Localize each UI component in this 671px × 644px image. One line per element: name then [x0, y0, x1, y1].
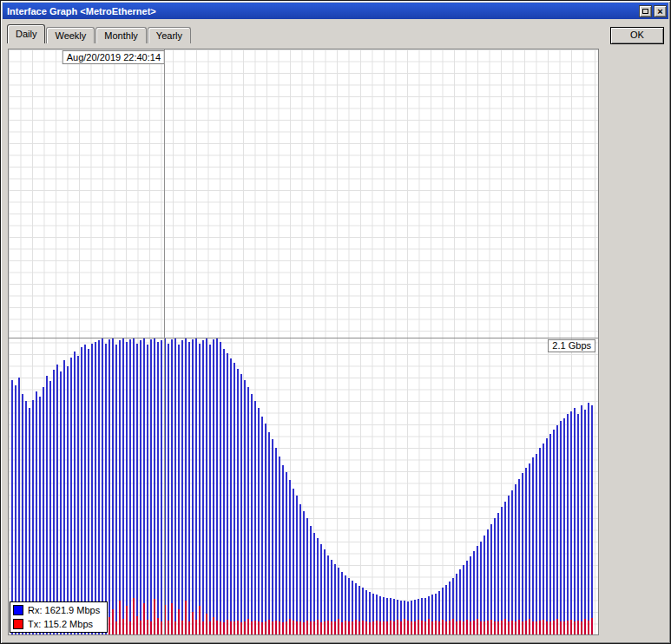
- crosshair-timestamp: Aug/20/2019 22:40:14: [62, 50, 165, 64]
- crosshair-line: [164, 49, 165, 634]
- legend: Rx: 1621.9 Mbps Tx: 115.2 Mbps: [10, 601, 108, 633]
- reference-line-2-1gbps: [9, 338, 598, 338]
- interface-graph-window: Interface Graph <MetroEthernet> × Daily …: [0, 0, 671, 644]
- ok-button[interactable]: OK: [610, 27, 664, 44]
- legend-row-rx: Rx: 1621.9 Mbps: [13, 605, 100, 615]
- tab-monthly[interactable]: Monthly: [95, 27, 147, 43]
- titlebar[interactable]: Interface Graph <MetroEthernet> ×: [3, 3, 668, 19]
- legend-row-tx: Tx: 115.2 Mbps: [13, 619, 100, 629]
- restore-icon: [642, 9, 648, 14]
- tx-color-swatch: [13, 619, 23, 629]
- close-icon: ×: [657, 7, 662, 16]
- rx-color-swatch: [13, 605, 23, 615]
- tab-daily[interactable]: Daily: [7, 24, 45, 43]
- tx-current-value: Tx: 115.2 Mbps: [28, 619, 93, 629]
- graph-area[interactable]: Aug/20/2019 22:40:14 2.1 Gbps Rx: 1621.9…: [8, 49, 599, 635]
- tab-weekly[interactable]: Weekly: [46, 27, 95, 43]
- window-title: Interface Graph <MetroEthernet>: [7, 6, 156, 16]
- close-button[interactable]: ×: [654, 5, 667, 17]
- tab-yearly[interactable]: Yearly: [148, 27, 191, 43]
- restore-button[interactable]: [639, 5, 652, 17]
- scale-label: 2.1 Gbps: [548, 339, 595, 352]
- rx-current-value: Rx: 1621.9 Mbps: [28, 605, 100, 615]
- titlebar-buttons: ×: [639, 5, 668, 17]
- tab-strip: Daily Weekly Monthly Yearly: [7, 24, 192, 43]
- bars-layer: [9, 49, 598, 634]
